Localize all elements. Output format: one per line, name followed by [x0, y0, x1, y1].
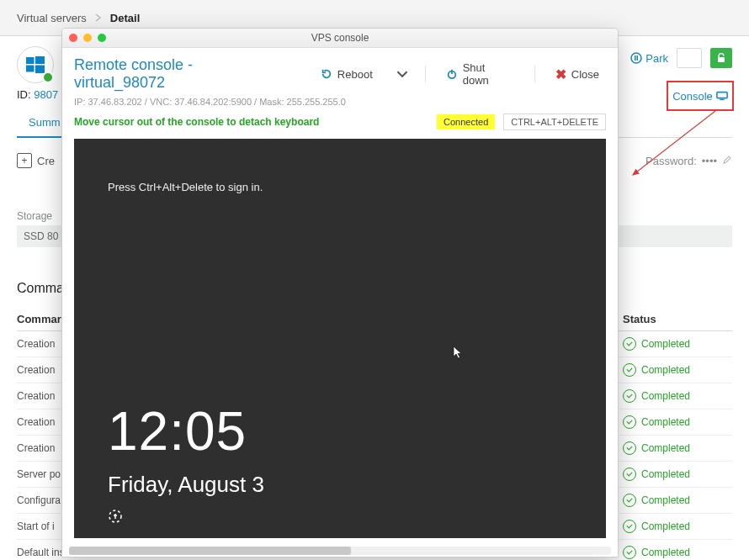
check-icon	[623, 468, 636, 481]
reboot-dropdown-caret[interactable]	[393, 65, 412, 83]
scrollbar-thumb[interactable]	[69, 547, 351, 555]
close-button[interactable]: ✖ Close	[549, 63, 606, 86]
breadcrumb-current: Detail	[110, 12, 140, 24]
create-action[interactable]: + Cre	[17, 153, 55, 168]
status-dot-online	[42, 71, 54, 83]
park-label: Park	[645, 52, 668, 65]
lock-button[interactable]	[710, 48, 732, 68]
cmd-status: Completed	[623, 337, 732, 351]
cmd-status: Completed	[623, 546, 732, 559]
check-icon	[623, 389, 636, 403]
svg-rect-7	[718, 57, 725, 62]
os-logo-windows	[17, 46, 54, 83]
check-icon	[623, 415, 636, 429]
check-icon	[623, 546, 636, 559]
breadcrumb-root[interactable]: Virtual servers	[17, 12, 87, 24]
svg-rect-3	[35, 66, 45, 74]
cmd-status: Completed	[623, 520, 732, 533]
password-field: Password: ••••	[645, 155, 732, 167]
park-action[interactable]: Park	[630, 52, 668, 65]
svg-rect-8	[717, 92, 727, 98]
check-icon	[623, 337, 636, 351]
window-close-icon[interactable]	[69, 34, 77, 42]
shutdown-button[interactable]: Shut down	[439, 58, 521, 90]
cmd-status: Completed	[623, 415, 732, 429]
mouse-cursor-icon	[453, 346, 463, 362]
close-icon: ✖	[555, 66, 566, 82]
console-button[interactable]: Console	[667, 81, 734, 111]
lock-screen-time: 12:05	[108, 400, 247, 462]
svg-point-4	[631, 53, 641, 63]
status-connected: Connected	[437, 114, 495, 129]
edit-password-icon[interactable]	[722, 155, 732, 167]
modal-titlebar[interactable]: VPS console	[62, 29, 618, 48]
cmd-status: Completed	[623, 389, 732, 403]
cmd-status: Completed	[623, 363, 732, 377]
plus-icon: +	[17, 153, 32, 168]
monitor-icon	[716, 91, 728, 101]
cmd-status: Completed	[623, 468, 732, 481]
check-icon	[623, 363, 636, 377]
svg-rect-1	[35, 56, 45, 64]
remote-screen[interactable]: Press Ctrl+Alt+Delete to sign in. 12:05 …	[74, 139, 606, 538]
lock-screen-date: Friday, August 3	[108, 472, 264, 498]
check-icon	[623, 520, 636, 533]
chevron-right-icon	[95, 12, 102, 24]
check-icon	[623, 441, 636, 455]
signin-prompt: Press Ctrl+Alt+Delete to sign in.	[108, 181, 263, 193]
ctrl-alt-delete-button[interactable]: CTRL+ALT+DELETE	[503, 114, 606, 130]
detach-hint: Move cursor out of the console to detach…	[74, 116, 319, 128]
park-input[interactable]	[677, 48, 702, 68]
connection-meta: IP: 37.46.83.202 / VNC: 37.46.84.202:590…	[62, 97, 618, 110]
window-zoom-icon[interactable]	[98, 34, 106, 42]
ease-of-access-icon[interactable]	[108, 509, 123, 526]
cmd-status: Completed	[623, 494, 732, 507]
modal-window-title: VPS console	[311, 32, 369, 44]
svg-rect-6	[637, 55, 639, 61]
modal-title: Remote console - virtual_98072	[74, 56, 287, 92]
svg-rect-2	[26, 66, 35, 72]
check-icon	[623, 494, 636, 507]
window-minimize-icon[interactable]	[83, 34, 92, 42]
col-status-header: Status	[623, 313, 732, 325]
svg-rect-0	[26, 57, 35, 64]
reboot-button[interactable]: Reboot	[314, 65, 380, 84]
svg-rect-5	[635, 55, 636, 61]
cmd-status: Completed	[623, 441, 732, 455]
vps-console-modal: VPS console Remote console - virtual_980…	[61, 28, 619, 557]
horizontal-scrollbar[interactable]	[69, 547, 611, 555]
server-id-link[interactable]: 9807	[34, 88, 58, 101]
